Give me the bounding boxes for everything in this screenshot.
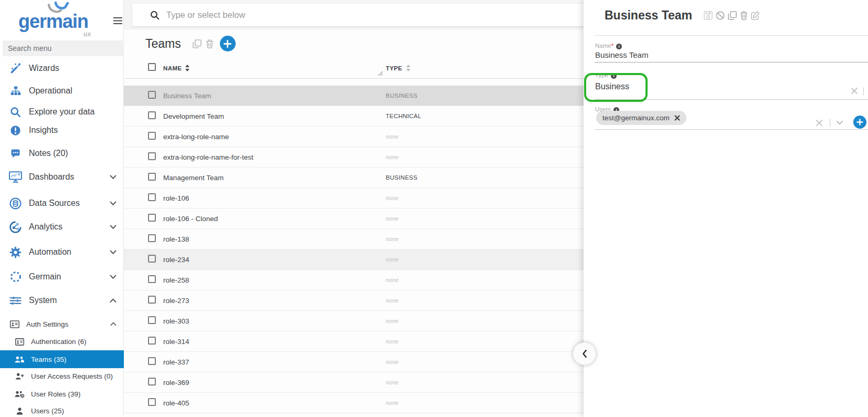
team-name-cell: extra-long-role-name [163,133,386,141]
team-name-cell: role-337 [163,358,386,366]
detail-panel: Business Team [584,0,868,417]
table-row[interactable]: role-234 none [124,249,584,270]
sidebar-item-explore-your-data[interactable]: Explore your data [0,104,124,120]
table-row[interactable]: role-273 none [124,290,584,311]
row-checkbox[interactable] [148,275,156,283]
row-checkbox[interactable] [148,152,156,160]
table-row[interactable]: role-314 none [124,331,584,352]
table-row[interactable]: Business Team BUSINESS [124,86,584,106]
cancel-icon[interactable] [716,11,725,20]
user-chip-label: test@germainux.com [602,114,670,122]
clone-team-button[interactable] [193,39,202,48]
row-checkbox[interactable] [148,91,156,99]
sidebar-item-insights[interactable]: Insights [0,122,124,138]
sidebar-item-system[interactable]: System [0,293,124,308]
sidebar-item-users[interactable]: Users (25) [0,402,124,417]
table-row[interactable]: Management Team BUSINESS [124,168,584,188]
panel-collapse-button[interactable] [573,342,596,365]
row-checkbox[interactable] [148,337,156,345]
row-checkbox[interactable] [148,173,156,181]
team-name-cell: role-138 [163,235,386,243]
row-checkbox[interactable] [148,357,156,365]
hamburger-menu-icon[interactable] [113,17,123,27]
table-row[interactable]: extra-long-role-name-for-test none [124,147,584,168]
team-type-cell: none [386,400,584,406]
type-field-value[interactable]: Business [595,82,629,91]
select-all-checkbox[interactable] [148,63,156,71]
team-name-cell: Management Team [163,174,386,182]
team-name-cell: role-405 [163,399,386,407]
sidebar-item-label: Notes (20) [29,149,68,158]
save-icon[interactable] [704,11,713,20]
table-row[interactable]: role-303 none [124,311,584,331]
row-checkbox[interactable] [148,132,156,140]
sidebar-item-operational[interactable]: Operational [0,83,124,99]
dashboard-monitor-icon [8,171,23,183]
sidebar-item-user-roles[interactable]: User Roles (39) [0,385,124,403]
sidebar-item-germain[interactable]: Germain [0,269,124,285]
sidebar-item-dashboards[interactable]: Dashboards [0,169,124,185]
id-card-icon [14,338,25,346]
column-header-label: NAME [163,65,182,71]
column-header-name[interactable]: NAME [163,65,386,71]
team-type-cell: none [386,236,584,242]
copy-icon[interactable] [728,11,737,20]
column-header-type[interactable]: TYPE [386,65,584,71]
sidebar-item-authentication[interactable]: Authentication (6) [0,333,124,350]
column-resize-handle[interactable] [377,69,384,78]
remove-user-icon[interactable] [674,115,680,121]
row-checkbox[interactable] [148,296,156,304]
row-checkbox[interactable] [148,193,156,201]
sidebar-search-input[interactable] [8,44,113,53]
row-checkbox[interactable] [148,255,156,263]
table-row[interactable]: role-106 none [124,188,584,208]
row-checkbox[interactable] [148,111,156,119]
sidebar-item-automation[interactable]: Automation [0,244,124,260]
table-row[interactable]: role-258 none [124,270,584,290]
sidebar-item-data-sources[interactable]: Data Sources [0,195,124,211]
main-content: Teams NAME TYPE [124,0,584,417]
sidebar-item-analytics[interactable]: Analytics [0,219,124,235]
search-icon [150,11,160,20]
row-checkbox[interactable] [148,398,156,406]
row-checkbox[interactable] [148,214,156,222]
sliders-icon [8,295,23,306]
filter-search-input[interactable] [166,10,502,20]
users-dropdown-chevron-icon[interactable] [836,120,843,126]
table-row[interactable]: role-369 none [124,372,584,393]
sidebar-item-label: Teams (35) [31,356,67,363]
sidebar-item-label: Auth Settings [26,320,68,328]
sidebar-item-label: Automation [29,247,71,257]
table-row[interactable]: role-337 none [124,352,584,372]
row-checkbox[interactable] [148,378,156,385]
team-name-cell: role-106 [163,194,386,202]
sidebar-item-user-access-requests[interactable]: User Access Requests (0) [0,368,124,385]
id-card-icon [9,320,20,328]
filter-search-bar [132,4,584,26]
table-row[interactable]: role-405 none [124,393,584,413]
brand-logo: germain [18,11,88,33]
sidebar-item-notes[interactable]: Notes (20) [0,145,124,161]
table-row[interactable]: Development Team TECHNICAL [124,106,584,127]
delete-icon[interactable] [740,11,748,20]
table-row[interactable]: role-138 none [124,229,584,249]
add-user-button[interactable] [853,116,866,129]
edit-icon[interactable] [751,11,760,20]
analytics-icon [8,221,23,233]
divider [595,35,868,36]
table-row[interactable]: role-106 - Cloned none [124,208,584,229]
add-team-button[interactable] [220,36,236,51]
table-row[interactable]: extra-long-role-name none [124,127,584,147]
sidebar-item-teams[interactable]: Teams (35) [0,350,124,368]
sidebar-item-wizards[interactable]: Wizards [0,60,124,76]
row-checkbox[interactable] [148,316,156,324]
delete-team-button[interactable] [206,39,214,48]
team-type-cell: BUSINESS [386,174,584,181]
clear-type-icon[interactable] [851,87,858,95]
clear-users-icon[interactable] [816,119,823,127]
sidebar-item-auth-settings[interactable]: Auth Settings [0,316,124,332]
chevron-down-icon [110,225,117,230]
name-field-value[interactable]: Business Team [595,50,648,59]
chevron-down-icon [110,201,117,206]
row-checkbox[interactable] [148,234,156,242]
